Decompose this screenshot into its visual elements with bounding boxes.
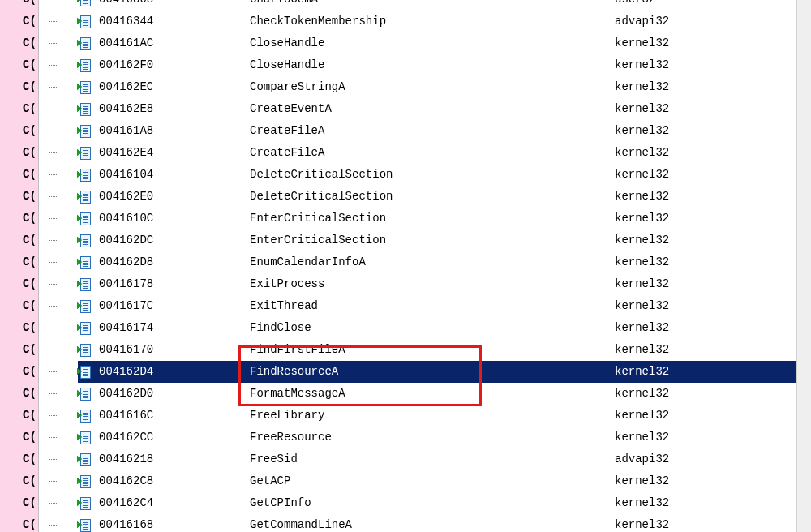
app-window: C(C(C(C(C(C(C(C(C(C(C(C(C(C(C(C(C(C(C(C(… [0, 0, 811, 532]
table-row[interactable]: 0041610CEnterCriticalSectionkernel32 [39, 208, 811, 230]
table-row[interactable]: 00416218FreeSidadvapi32 [39, 448, 811, 470]
table-row[interactable]: 004162F0CloseHandlekernel32 [39, 54, 811, 76]
cell-module: kernel32 [615, 317, 669, 339]
tree-label: C( [0, 251, 39, 273]
table-row[interactable]: 004162D4FindResourceAkernel32 [39, 361, 811, 383]
tree-label: C( [0, 295, 39, 317]
import-doc-icon [78, 212, 92, 226]
import-doc-icon [78, 234, 92, 248]
import-doc-icon [78, 168, 92, 182]
cell-module: kernel32 [615, 251, 669, 273]
table-row[interactable]: 004162D0FormatMessageAkernel32 [39, 383, 811, 405]
tree-branch [39, 76, 78, 98]
tree-branch [39, 120, 78, 142]
cell-module: kernel32 [615, 339, 669, 361]
table-row[interactable]: 004161ACCloseHandlekernel32 [39, 32, 811, 54]
cell-module: kernel32 [615, 98, 669, 120]
tree-branch [39, 186, 78, 208]
tree-label: C( [0, 208, 39, 230]
cell-module: kernel32 [615, 514, 669, 532]
cell-function: EnterCriticalSection [250, 230, 386, 251]
cell-module: kernel32 [615, 230, 669, 251]
tree-branch [39, 492, 78, 514]
import-doc-icon [78, 0, 92, 7]
cell-address: 004162CC [99, 427, 153, 448]
table-row[interactable]: 004162CCFreeResourcekernel32 [39, 427, 811, 448]
cell-address: 0041610C [99, 208, 153, 230]
table-row[interactable]: 00416170FindFirstFileAkernel32 [39, 339, 811, 361]
import-doc-icon [78, 321, 92, 336]
table-row[interactable]: 004162C8GetACPkernel32 [39, 470, 811, 492]
tree-label: C( [0, 448, 39, 470]
table-row[interactable]: 004162E8CreateEventAkernel32 [39, 98, 811, 120]
cell-address: 00416170 [99, 339, 153, 361]
import-doc-icon [78, 453, 92, 467]
cell-address: 0041617C [99, 295, 153, 317]
table-row[interactable]: 004162DCEnterCriticalSectionkernel32 [39, 230, 811, 251]
tree-label: C( [0, 230, 39, 251]
tree-label: C( [0, 492, 39, 514]
cell-function: CreateFileA [250, 120, 324, 142]
tree-label: C( [0, 54, 39, 76]
cell-function: GetACP [250, 470, 290, 492]
tree-branch [39, 427, 78, 448]
table-row[interactable]: 0041617CExitThreadkernel32 [39, 295, 811, 317]
tree-label: C( [0, 186, 39, 208]
import-doc-icon [78, 146, 92, 161]
cell-function: ExitThread [250, 295, 318, 317]
table-row[interactable]: 004162D8EnumCalendarInfoAkernel32 [39, 251, 811, 273]
table-row[interactable]: 00416344CheckTokenMembershipadvapi32 [39, 11, 811, 32]
table-row[interactable]: 004161A8CreateFileAkernel32 [39, 120, 811, 142]
cell-function: CloseHandle [250, 54, 324, 76]
tree-label: C( [0, 98, 39, 120]
import-doc-icon [78, 58, 92, 73]
cell-address: 004162D8 [99, 251, 153, 273]
table-row[interactable]: 00416174FindClosekernel32 [39, 317, 811, 339]
cell-function: CreateEventA [250, 98, 332, 120]
table-row[interactable]: 00416168GetCommandLineAkernel32 [39, 514, 811, 532]
tree-label: C( [0, 427, 39, 448]
table-row[interactable]: 004162E0DeleteCriticalSectionkernel32 [39, 186, 811, 208]
tree-branch [39, 514, 78, 532]
tree-branch [39, 230, 78, 251]
cell-address: 004161A8 [99, 120, 153, 142]
table-row[interactable]: 00416308CharToOemAuser32 [39, 0, 811, 11]
table-row[interactable]: 004162ECCompareStringAkernel32 [39, 76, 811, 98]
tree-branch [39, 251, 78, 273]
import-doc-icon [78, 431, 92, 445]
tree-label: C( [0, 405, 39, 427]
cell-module: kernel32 [615, 32, 669, 54]
cell-module: kernel32 [615, 186, 669, 208]
focus-separator [611, 361, 611, 383]
cell-module: kernel32 [615, 54, 669, 76]
cell-module: kernel32 [615, 383, 669, 405]
table-row[interactable]: 0041616CFreeLibrarykernel32 [39, 405, 811, 427]
table-row[interactable]: 004162E4CreateFileAkernel32 [39, 142, 811, 164]
cell-function: CheckTokenMembership [250, 11, 386, 32]
table-row[interactable]: 00416104DeleteCriticalSectionkernel32 [39, 164, 811, 186]
cell-function: CreateFileA [250, 142, 324, 164]
import-doc-icon [78, 190, 92, 204]
cell-module: kernel32 [615, 208, 669, 230]
cell-module: kernel32 [615, 142, 669, 164]
vertical-scrollbar[interactable] [796, 0, 811, 532]
cell-module: kernel32 [615, 164, 669, 186]
tree-label: C( [0, 76, 39, 98]
import-doc-icon [78, 36, 92, 51]
cell-module: advapi32 [615, 11, 669, 32]
cell-function: GetCPInfo [250, 492, 311, 514]
cell-address: 004162C4 [99, 492, 153, 514]
cell-module: advapi32 [615, 448, 669, 470]
tree-branch [39, 273, 78, 295]
import-doc-icon [78, 102, 92, 117]
table-row[interactable]: 004162C4GetCPInfokernel32 [39, 492, 811, 514]
imports-list[interactable]: 00416308CharToOemAuser3200416344CheckTok… [39, 0, 811, 532]
table-row[interactable]: 00416178ExitProcesskernel32 [39, 273, 811, 295]
cell-module: kernel32 [615, 76, 669, 98]
import-doc-icon [78, 299, 92, 314]
cell-module: kernel32 [615, 361, 669, 383]
tree-branch [39, 142, 78, 164]
tree-label: C( [0, 361, 39, 383]
cell-module: kernel32 [615, 120, 669, 142]
cell-address: 004162E8 [99, 98, 153, 120]
